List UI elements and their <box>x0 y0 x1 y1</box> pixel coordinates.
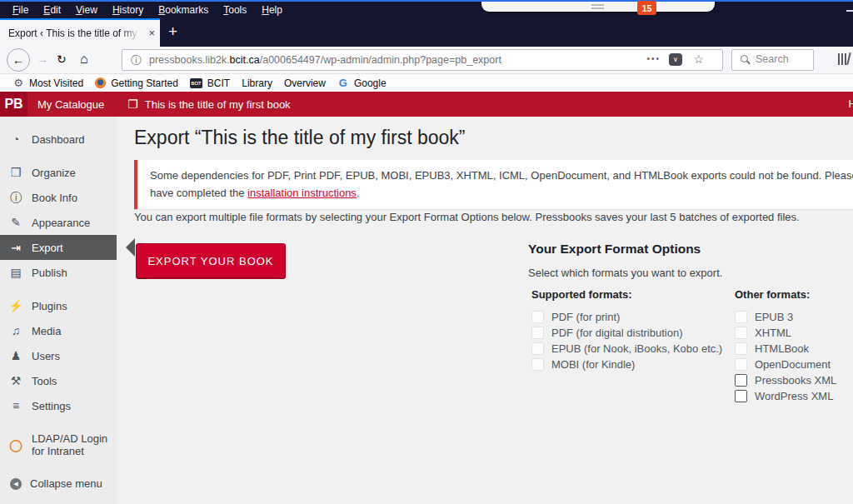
sidebar-item-label: Settings <box>32 400 71 412</box>
url-prefix: pressbooks.lib2k. <box>149 54 230 66</box>
menu-edit[interactable]: Edit <box>36 4 68 16</box>
current-book-link[interactable]: This is the title of my first book <box>145 98 291 111</box>
format-checkbox[interactable] <box>735 311 747 323</box>
menu-help[interactable]: Help <box>254 4 290 16</box>
sidebar-item-users[interactable]: ♟ Users <box>0 343 117 368</box>
format-option-row[interactable]: EPUB (for Nook, iBooks, Kobo etc.) <box>531 341 731 357</box>
sidebar-item-publish[interactable]: ▤ Publish <box>0 260 117 285</box>
home-button[interactable]: ⌂ <box>80 52 88 67</box>
other-formats-list: EPUB 3 XHTML HTMLBook OpenDocument <box>735 309 853 404</box>
sidebar-item-label: Tools <box>32 375 57 387</box>
format-checkbox[interactable] <box>531 311 544 323</box>
bookmark-label: Overview <box>284 77 326 89</box>
minimize-button[interactable] <box>846 10 853 12</box>
sidebar-item-book-info[interactable]: ⓘ Book Info <box>0 185 117 210</box>
supported-formats-list: PDF (for print) PDF (for digital distrib… <box>531 309 731 372</box>
sidebar-item-label: Media <box>32 325 61 337</box>
format-option-row[interactable]: Pressbooks XML <box>735 372 853 388</box>
sidebar-item-appearance[interactable]: ✎ Appearance <box>0 210 117 235</box>
format-checkbox[interactable] <box>531 358 544 371</box>
format-checkbox[interactable] <box>735 358 747 371</box>
export-intro-text: You can export multiple file formats by … <box>134 211 800 223</box>
page-actions-icon[interactable]: ••• <box>646 54 661 63</box>
format-label: HTMLBook <box>755 342 809 355</box>
bookmark-getting-started[interactable]: Getting Started <box>89 77 184 89</box>
forward-button[interactable]: → <box>37 52 48 66</box>
format-checkbox[interactable] <box>735 374 747 387</box>
admin-sidebar-menu: ◔ Dashboard ❒ Organize ⓘ Book Info ✎ App… <box>0 117 117 504</box>
pressbooks-logo[interactable]: PB <box>0 92 27 117</box>
format-option-row[interactable]: PDF (for digital distribution) <box>531 325 731 341</box>
active-tab[interactable]: Export ‹ This is the title of my first b… <box>0 18 160 47</box>
sidebar-item-collapse[interactable]: ◀ Collapse menu <box>0 472 117 496</box>
sidebar-item-export[interactable]: ⇥ Export <box>0 235 117 260</box>
format-option-row[interactable]: MOBI (for Kindle) <box>531 357 731 372</box>
menu-view[interactable]: View <box>68 4 105 16</box>
format-option-row[interactable]: EPUB 3 <box>735 309 853 325</box>
sidebar-item-tools[interactable]: ⚒ Tools <box>0 368 117 393</box>
tab-title: Export ‹ This is the title of my first b <box>8 27 140 39</box>
bookmark-overview[interactable]: Overview <box>278 77 332 89</box>
back-button[interactable]: ← <box>7 48 30 72</box>
format-checkbox[interactable] <box>531 327 544 339</box>
format-label: OpenDocument <box>755 358 831 371</box>
other-formats-group: Other formats: EPUB 3 XHTML HTMLBook <box>735 288 853 404</box>
bookmark-most-visited[interactable]: ⚙ Most Visited <box>7 77 89 89</box>
sidebar-item-icon: ≡ <box>8 399 23 412</box>
format-option-row[interactable]: WordPress XML <box>735 388 853 404</box>
menu-file[interactable]: File <box>5 4 36 16</box>
book-icon: ❐ <box>127 97 138 111</box>
sidebar-item-icon: ◯ <box>8 438 23 452</box>
howdy-text-cut: H <box>849 97 853 110</box>
sidebar-item-media[interactable]: ♫ Media <box>0 318 117 343</box>
pocket-icon[interactable]: ∨ <box>669 53 682 66</box>
format-option-row[interactable]: HTMLBook <box>735 341 853 357</box>
menu-bookmarks[interactable]: Bookmarks <box>151 4 216 16</box>
notice-text-period: . <box>357 187 360 199</box>
bookmark-library[interactable]: Library <box>236 77 278 89</box>
docked-window-notch[interactable]: 15 <box>481 2 715 12</box>
sidebar-item-icon: ◔ <box>8 132 23 146</box>
url-bar[interactable]: ⓘ pressbooks.lib2k.bcit.ca/a000654497/wp… <box>122 49 723 71</box>
site-info-icon[interactable]: ⓘ <box>131 53 142 68</box>
export-format-options-heading: Your Export Format Options <box>528 242 701 257</box>
url-text[interactable]: pressbooks.lib2k.bcit.ca/a000654497/wp-a… <box>149 54 501 66</box>
supported-formats-label: Supported formats: <box>531 288 731 301</box>
reload-button[interactable]: ↻ <box>57 52 67 66</box>
sidebar-item-settings[interactable]: ≡ Settings <box>0 393 117 418</box>
search-input[interactable] <box>756 52 807 67</box>
format-label: PDF (for digital distribution) <box>551 327 683 339</box>
export-your-book-button[interactable]: EXPORT YOUR BOOK <box>136 243 286 278</box>
bookmark-bcit[interactable]: BCIT BCIT <box>184 77 236 89</box>
url-path: /a000654497/wp-admin/admin.php?page=pb_e… <box>260 54 501 66</box>
my-catalogue-link[interactable]: My Catalogue <box>27 98 116 111</box>
new-tab-button[interactable]: + <box>168 22 177 41</box>
bookmark-label: Most Visited <box>29 77 83 89</box>
sidebar-item-ldap[interactable]: ◯ LDAP/AD Login for Intranet <box>0 427 117 463</box>
library-icon[interactable] <box>838 53 851 65</box>
menu-history[interactable]: History <box>105 4 151 16</box>
sidebar-item-dashboard[interactable]: ◔ Dashboard <box>0 127 117 152</box>
window-accent-line <box>0 0 853 2</box>
format-option-row[interactable]: PDF (for print) <box>531 309 731 325</box>
format-checkbox[interactable] <box>735 390 747 402</box>
export-page-content: Export “This is the title of my first bo… <box>117 117 853 504</box>
menu-tools[interactable]: Tools <box>216 4 254 16</box>
tab-bar: Export ‹ This is the title of my first b… <box>0 18 853 47</box>
search-box[interactable] <box>731 49 814 71</box>
sidebar-item-plugins[interactable]: ⚡ Plugins <box>0 293 117 318</box>
sidebar-item-label: Dashboard <box>32 133 85 146</box>
tab-close-icon[interactable]: × <box>148 27 155 39</box>
bookmark-star-icon[interactable]: ☆ <box>693 52 704 66</box>
installation-instructions-link[interactable]: installation instructions <box>247 187 357 199</box>
format-checkbox[interactable] <box>531 342 544 355</box>
format-checkbox[interactable] <box>735 327 747 339</box>
sidebar-item-organize[interactable]: ❒ Organize <box>0 160 117 185</box>
sidebar-item-icon: ◀ <box>10 478 22 490</box>
sidebar-item-label: Export <box>32 242 63 254</box>
sidebar-item-label: Plugins <box>32 300 67 312</box>
format-checkbox[interactable] <box>735 342 747 355</box>
format-option-row[interactable]: XHTML <box>735 325 853 341</box>
bookmark-google[interactable]: G Google <box>332 77 392 89</box>
format-option-row[interactable]: OpenDocument <box>735 357 853 372</box>
